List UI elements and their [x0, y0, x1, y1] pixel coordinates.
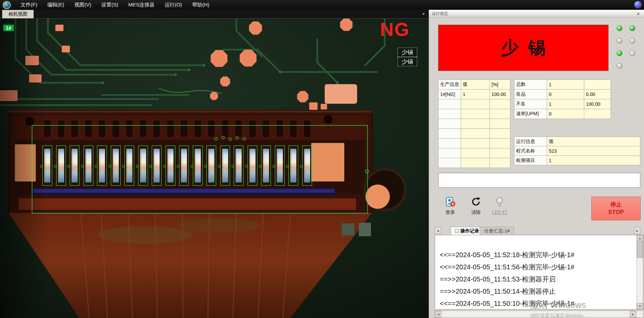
scroll-right-icon[interactable]: ► — [630, 311, 636, 317]
status-led — [629, 38, 635, 44]
cell: 检测项目 — [514, 156, 547, 165]
table-row: 1#[NG] 1 100.00 — [438, 90, 510, 99]
log-horizontal-scrollbar[interactable]: ◄ ► — [435, 311, 643, 318]
clear-label: 清除 — [466, 210, 486, 216]
scroll-up-icon[interactable]: ▲ — [637, 235, 643, 241]
tab-scroll-right-button[interactable]: ► — [634, 227, 640, 234]
cell — [438, 148, 461, 158]
scroll-left-icon[interactable]: ◄ — [435, 311, 441, 317]
status-panel-titlebar: 运行状态 × — [429, 10, 644, 18]
tray-icon[interactable] — [634, 1, 642, 8]
defect-tag-list: 少锡 少锡 — [398, 48, 417, 67]
log-entry: ==>>2024-05-05_11:50:14-检测器停止 — [440, 285, 643, 297]
status-panel: 运行状态 × 少锡 生产信息 值 [%] 1#[NG] 1 100.00 — [429, 10, 644, 318]
menu-settings[interactable]: 设置(S) — [96, 0, 123, 10]
cell — [461, 148, 490, 158]
tab-operation-log[interactable]: 操作记录 — [451, 227, 484, 235]
tab-dropdown-icon[interactable]: ▼ — [422, 12, 425, 16]
cell: 1 — [461, 90, 490, 99]
menu-mes-connector[interactable]: MES连接器 — [123, 0, 160, 10]
cell: 100.00 — [490, 90, 510, 99]
scrollbar-thumb[interactable] — [637, 242, 643, 258]
camera-view: 1# NG 少锡 少锡 — [0, 19, 429, 318]
tab-label: 操作记录 — [460, 228, 479, 234]
login-label: 登录 — [440, 210, 460, 216]
cell: 0 — [547, 90, 584, 99]
cell — [461, 139, 490, 148]
cell — [490, 99, 510, 109]
totals-table: 总数 1 良品 0 0.00 不良 1 100.00 速率[UPM] 0 — [514, 79, 611, 119]
menu-bar: 文件(F) 编辑(E) 视图(V) 设置(S) MES连接器 运行(O) 帮助(… — [0, 0, 644, 10]
operation-log-list[interactable]: <<==2024-05-05_11:52:18-检测完毕-少锡-1# <<==2… — [435, 235, 643, 310]
menu-file[interactable]: 文件(F) — [16, 0, 42, 10]
status-led — [629, 50, 635, 56]
cell — [490, 158, 510, 168]
menu-run[interactable]: 运行(O) — [160, 0, 187, 10]
cell: 1 — [547, 156, 640, 165]
stop-button[interactable]: 停止 STOP — [591, 197, 641, 220]
status-panel-title: 运行状态 — [432, 11, 448, 17]
tab-label: 分类汇总-1# — [484, 228, 510, 234]
table-row: 速率[UPM] 0 — [514, 109, 611, 119]
log-vertical-scrollbar[interactable]: ▲ ▼ — [637, 235, 643, 309]
clear-icon — [471, 196, 481, 207]
cell — [438, 129, 461, 139]
menu-view[interactable]: 视图(V) — [69, 0, 96, 10]
led-light-button[interactable]: LED 灯 — [490, 196, 509, 216]
table-row: 总数 1 — [514, 80, 611, 90]
log-entry: <<==2024-05-05_11:51:56-检测完毕-少锡-1# — [440, 261, 643, 273]
cell — [438, 158, 461, 168]
menu-help[interactable]: 帮助(H) — [187, 0, 214, 10]
tab-scroll-left-button[interactable]: ◄ — [435, 227, 441, 234]
cell: 不良 — [514, 99, 547, 109]
log-tab-bar: ◄ 操作记录 分类汇总-1# ► — [429, 226, 644, 235]
close-icon[interactable]: × — [635, 11, 641, 17]
pcb-image — [0, 19, 429, 318]
cell: 良品 — [514, 90, 547, 99]
login-button[interactable]: 登录 — [440, 196, 460, 216]
cell — [438, 99, 461, 109]
table-row: 良品 0 0.00 — [514, 90, 611, 99]
tab-category-summary[interactable]: 分类汇总-1# — [480, 227, 514, 235]
log-entry: ==>>2024-05-05_11:51:53-检测器开启 — [440, 273, 643, 285]
status-led — [629, 25, 635, 31]
led-bulb-icon — [494, 196, 505, 207]
scroll-down-icon[interactable]: ▼ — [637, 303, 643, 309]
cell — [584, 109, 611, 119]
stop-label-zh: 停止 — [610, 201, 622, 209]
cell — [461, 129, 490, 139]
defect-tag: 少锡 — [398, 48, 417, 57]
status-led — [617, 50, 622, 56]
table-row — [438, 99, 510, 109]
cell: 100.00 — [584, 99, 611, 109]
table-row: 程式名称 523 — [514, 146, 640, 156]
tab-camera-view[interactable]: 相机视图 — [2, 10, 34, 18]
inspection-result-label: NG — [380, 20, 410, 39]
cell — [490, 129, 510, 139]
table-row: 生产信息 值 [%] — [438, 80, 510, 90]
camera-id-badge: 1# — [3, 25, 14, 31]
app-logo-icon — [3, 1, 11, 9]
cell — [461, 158, 490, 168]
cell — [461, 99, 490, 109]
clear-button[interactable]: 清除 — [466, 196, 486, 216]
cell — [584, 80, 611, 90]
header-cell: 值 — [461, 80, 490, 90]
cell — [438, 119, 461, 129]
status-led — [617, 38, 622, 44]
cell — [438, 109, 461, 119]
header-cell: 生产信息 — [438, 80, 461, 90]
table-row: 检测项目 1 — [514, 156, 640, 165]
cell — [490, 148, 510, 158]
header-cell: 运行信息 — [514, 137, 547, 146]
menu-edit[interactable]: 编辑(E) — [42, 0, 69, 10]
cell: 程式名称 — [514, 146, 547, 156]
status-led — [617, 63, 622, 69]
status-led — [617, 25, 622, 31]
table-row — [438, 119, 510, 129]
camera-pane: 相机视图 ▼ — [0, 10, 429, 318]
production-table: 生产信息 值 [%] 1#[NG] 1 100.00 — [438, 79, 510, 168]
table-row — [438, 139, 510, 148]
cell — [461, 109, 490, 119]
camera-tab-bar: 相机视图 ▼ — [0, 10, 429, 19]
